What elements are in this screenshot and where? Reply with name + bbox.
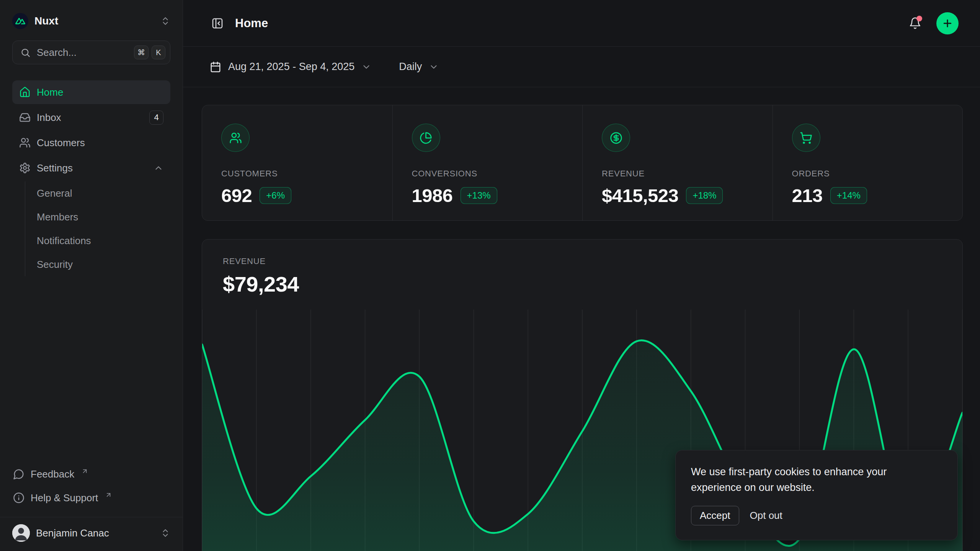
settings-sub-list: General Members Notifications Security bbox=[25, 181, 170, 276]
kbd-k: K bbox=[152, 46, 165, 59]
stat-icon-badge bbox=[221, 124, 250, 152]
notifications-button[interactable] bbox=[906, 15, 923, 32]
stat-delta-badge: +14% bbox=[830, 187, 867, 204]
search-input[interactable]: Search... ⌘ K bbox=[12, 41, 170, 64]
sidebar-item-members[interactable]: Members bbox=[25, 205, 170, 229]
stat-delta-badge: +13% bbox=[461, 187, 497, 204]
kbd-command: ⌘ bbox=[134, 46, 149, 59]
stat-value: 1986 bbox=[412, 185, 453, 206]
sidebar: Nuxt Search... ⌘ K Home Inbox bbox=[0, 0, 183, 551]
search-placeholder: Search... bbox=[37, 47, 128, 59]
stat-delta-badge: +18% bbox=[686, 187, 723, 204]
chevron-down-icon bbox=[429, 62, 439, 72]
stat-value: 692 bbox=[221, 185, 252, 206]
chevrons-up-down-icon bbox=[160, 528, 170, 538]
stat-icon-badge bbox=[412, 124, 440, 152]
granularity-select[interactable]: Daily bbox=[399, 61, 439, 73]
nuxt-logo-icon bbox=[12, 13, 28, 29]
sidebar-footer: Feedback Help & Support bbox=[12, 463, 170, 517]
inbox-icon bbox=[19, 112, 31, 123]
feedback-link[interactable]: Feedback bbox=[12, 463, 170, 486]
sidebar-item-settings[interactable]: Settings bbox=[12, 156, 170, 180]
avatar bbox=[12, 524, 30, 542]
calendar-icon bbox=[210, 61, 221, 73]
sidebar-item-notifications[interactable]: Notifications bbox=[25, 229, 170, 253]
sidebar-nav: Home Inbox 4 Customers Settings bbox=[12, 80, 170, 276]
chevrons-up-down-icon bbox=[160, 16, 170, 26]
sidebar-item-label: Customers bbox=[37, 137, 163, 149]
stat-value: $415,523 bbox=[602, 185, 678, 206]
arrow-up-right-icon bbox=[105, 491, 112, 499]
page-title: Home bbox=[235, 16, 897, 30]
granularity-label: Daily bbox=[399, 61, 422, 73]
panel-left-close-icon bbox=[211, 17, 224, 29]
revenue-chart-value: $79,234 bbox=[223, 272, 942, 297]
stat-value: 213 bbox=[792, 185, 823, 206]
sidebar-item-security[interactable]: Security bbox=[25, 253, 170, 276]
help-support-link[interactable]: Help & Support bbox=[12, 486, 170, 509]
sidebar-item-label: Home bbox=[37, 86, 163, 98]
revenue-chart-label: REVENUE bbox=[223, 256, 942, 266]
sidebar-item-label: Settings bbox=[37, 162, 147, 174]
users-icon bbox=[229, 132, 242, 144]
stat-icon-badge bbox=[792, 124, 820, 152]
date-range-label: Aug 21, 2025 - Sep 4, 2025 bbox=[228, 61, 354, 73]
plus-icon bbox=[942, 18, 953, 29]
help-support-label: Help & Support bbox=[31, 492, 98, 504]
stat-delta-badge: +6% bbox=[260, 187, 291, 204]
stat-label: CUSTOMERS bbox=[221, 169, 385, 179]
header-actions bbox=[906, 12, 959, 34]
date-range-picker[interactable]: Aug 21, 2025 - Sep 4, 2025 bbox=[210, 61, 371, 73]
chevron-up-icon bbox=[154, 163, 163, 173]
arrow-up-right-icon bbox=[81, 468, 88, 475]
sidebar-inner: Nuxt Search... ⌘ K Home Inbox bbox=[0, 0, 183, 517]
stats-summary-card: CUSTOMERS 692 +6% CONVERSIONS 1986 +13% bbox=[202, 105, 963, 221]
sidebar-item-general[interactable]: General bbox=[25, 181, 170, 205]
users-icon bbox=[19, 137, 31, 148]
message-circle-icon bbox=[13, 468, 24, 480]
optout-cookies-button[interactable]: Opt out bbox=[748, 506, 785, 525]
notification-dot bbox=[916, 16, 922, 21]
add-button[interactable] bbox=[936, 12, 959, 34]
sidebar-item-customers[interactable]: Customers bbox=[12, 131, 170, 155]
sidebar-item-home[interactable]: Home bbox=[12, 80, 170, 104]
page-header: Home bbox=[183, 0, 980, 47]
search-icon bbox=[20, 47, 31, 58]
app-name: Nuxt bbox=[34, 15, 154, 27]
info-circle-icon bbox=[13, 492, 24, 504]
sidebar-item-label: Inbox bbox=[37, 112, 143, 124]
stat-revenue[interactable]: REVENUE $415,523 +18% bbox=[582, 105, 773, 220]
inbox-count-badge: 4 bbox=[149, 111, 163, 125]
feedback-label: Feedback bbox=[31, 468, 74, 480]
stat-label: CONVERSIONS bbox=[412, 169, 575, 179]
stat-label: REVENUE bbox=[602, 169, 765, 179]
cookie-message: We use first-party cookies to enhance yo… bbox=[691, 464, 917, 495]
accept-cookies-button[interactable]: Accept bbox=[691, 506, 739, 525]
search-shortcut: ⌘ K bbox=[134, 46, 165, 59]
circle-dollar-icon bbox=[610, 132, 622, 144]
stat-icon-badge bbox=[602, 124, 630, 152]
stat-conversions[interactable]: CONVERSIONS 1986 +13% bbox=[392, 105, 583, 220]
stat-label: ORDERS bbox=[792, 169, 955, 179]
pie-chart-icon bbox=[420, 132, 432, 144]
user-name: Benjamin Canac bbox=[36, 527, 154, 539]
workspace-switcher[interactable]: Nuxt bbox=[12, 13, 170, 29]
chevron-down-icon bbox=[361, 62, 371, 72]
user-menu[interactable]: Benjamin Canac bbox=[12, 524, 170, 542]
cookie-actions: Accept Opt out bbox=[691, 506, 942, 525]
filters-toolbar: Aug 21, 2025 - Sep 4, 2025 Daily bbox=[183, 47, 980, 87]
sidebar-user-section: Benjamin Canac bbox=[0, 517, 183, 551]
stat-orders[interactable]: ORDERS 213 +14% bbox=[773, 105, 963, 220]
collapse-sidebar-button[interactable] bbox=[210, 16, 225, 31]
gear-icon bbox=[19, 162, 31, 174]
cookie-banner: We use first-party cookies to enhance yo… bbox=[675, 450, 958, 540]
shopping-cart-icon bbox=[800, 132, 812, 144]
sidebar-item-inbox[interactable]: Inbox 4 bbox=[12, 106, 170, 129]
stat-customers[interactable]: CUSTOMERS 692 +6% bbox=[202, 105, 392, 220]
revenue-chart-head: REVENUE $79,234 bbox=[202, 240, 962, 297]
home-icon bbox=[19, 86, 31, 98]
